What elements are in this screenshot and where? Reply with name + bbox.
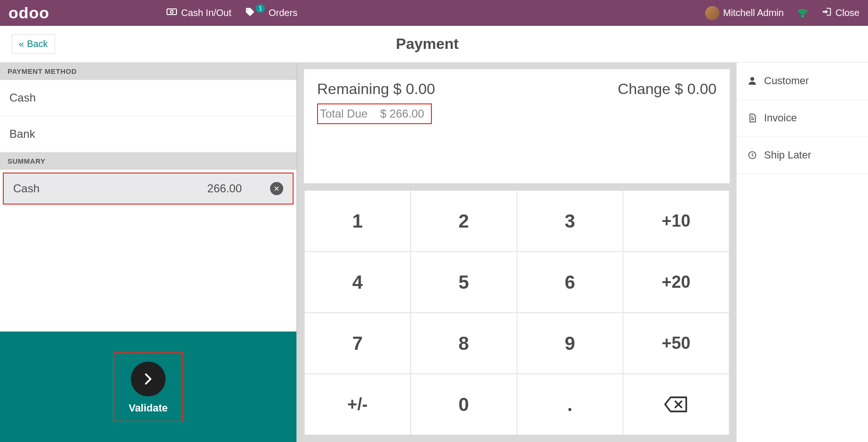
- person-icon: [747, 76, 757, 86]
- invoice-label: Invoice: [764, 112, 797, 124]
- cash-in-out-label: Cash In/Out: [181, 8, 231, 18]
- orders-label: Orders: [269, 8, 297, 18]
- summary-name: Cash: [13, 182, 40, 195]
- customer-label: Customer: [764, 75, 809, 87]
- keypad: 1 2 3 +10 4 5 6 +20 7 8 9 +50 +/- 0 .: [304, 190, 730, 435]
- clock-icon: [747, 150, 757, 160]
- key-plus10[interactable]: +10: [623, 190, 729, 252]
- signout-icon: [821, 7, 832, 19]
- change-value: $ 0.00: [675, 80, 717, 97]
- close-label: Close: [836, 8, 860, 18]
- user-menu[interactable]: Mitchell Admin: [705, 6, 784, 20]
- backspace-icon: [663, 395, 689, 414]
- customer-button[interactable]: Customer: [737, 63, 868, 100]
- key-8[interactable]: 8: [411, 313, 517, 374]
- tag-icon: [245, 7, 255, 19]
- change-label: Change: [618, 80, 670, 97]
- key-plus20[interactable]: +20: [623, 252, 729, 313]
- key-2[interactable]: 2: [411, 190, 517, 252]
- payment-method-cash[interactable]: Cash: [0, 80, 296, 116]
- wifi-icon: [797, 8, 808, 19]
- cash-icon: [166, 6, 177, 20]
- validate-label: Validate: [128, 402, 167, 414]
- total-due-value: $ 266.00: [380, 107, 424, 120]
- avatar: [705, 6, 719, 20]
- key-sign[interactable]: +/-: [304, 374, 411, 435]
- change: Change $ 0.00: [618, 80, 717, 98]
- chevron-right-icon: [141, 372, 155, 386]
- svg-point-1: [170, 10, 173, 13]
- center-panel: Remaining $ 0.00 Change $ 0.00 Total Due…: [297, 63, 736, 442]
- key-backspace[interactable]: [623, 374, 729, 435]
- payment-method-header: PAYMENT METHOD: [0, 63, 296, 80]
- key-9[interactable]: 9: [517, 313, 623, 374]
- key-7[interactable]: 7: [304, 313, 411, 374]
- orders-button[interactable]: 1 Orders: [245, 7, 297, 19]
- ship-later-button[interactable]: Ship Later: [737, 137, 868, 174]
- key-4[interactable]: 4: [304, 252, 411, 313]
- remaining-value: $ 0.00: [393, 80, 435, 97]
- key-6[interactable]: 6: [517, 252, 623, 313]
- validate-highlight: Validate: [113, 352, 183, 422]
- title-row: « Back Payment: [0, 26, 868, 63]
- invoice-icon: [747, 113, 757, 123]
- key-dot[interactable]: .: [517, 374, 623, 435]
- main: PAYMENT METHOD Cash Bank SUMMARY Cash 26…: [0, 63, 868, 442]
- user-name: Mitchell Admin: [723, 8, 784, 18]
- page-title: Payment: [0, 35, 856, 53]
- summary-header: SUMMARY: [0, 152, 296, 170]
- payment-method-bank[interactable]: Bank: [0, 116, 296, 152]
- validate-button[interactable]: [131, 362, 166, 396]
- orders-badge: 1: [256, 4, 265, 13]
- key-5[interactable]: 5: [411, 252, 517, 313]
- total-due-label: Total Due: [320, 107, 367, 120]
- cash-in-out-button[interactable]: Cash In/Out: [166, 6, 231, 20]
- key-1[interactable]: 1: [304, 190, 411, 252]
- invoice-button[interactable]: Invoice: [737, 100, 868, 137]
- close-button[interactable]: Close: [821, 7, 860, 19]
- delete-icon[interactable]: [270, 182, 283, 195]
- right-panel: Customer Invoice Ship Later: [736, 63, 868, 442]
- left-panel: PAYMENT METHOD Cash Bank SUMMARY Cash 26…: [0, 63, 297, 442]
- svg-point-2: [802, 16, 803, 16]
- remaining: Remaining $ 0.00: [317, 80, 435, 98]
- validate-panel: Validate: [0, 332, 296, 442]
- key-plus50[interactable]: +50: [623, 313, 729, 374]
- total-due: Total Due $ 266.00: [317, 103, 432, 124]
- topbar: odoo Cash In/Out 1 Orders Mitchell Admin…: [0, 0, 868, 26]
- status-card: Remaining $ 0.00 Change $ 0.00 Total Due…: [304, 69, 730, 183]
- remaining-label: Remaining: [317, 80, 389, 97]
- brand-logo: odoo: [8, 4, 49, 22]
- key-3[interactable]: 3: [517, 190, 623, 252]
- summary-amount: 266.00: [207, 182, 242, 195]
- summary-line[interactable]: Cash 266.00: [3, 173, 294, 205]
- ship-later-label: Ship Later: [764, 149, 811, 161]
- key-0[interactable]: 0: [411, 374, 517, 435]
- svg-rect-0: [167, 9, 176, 15]
